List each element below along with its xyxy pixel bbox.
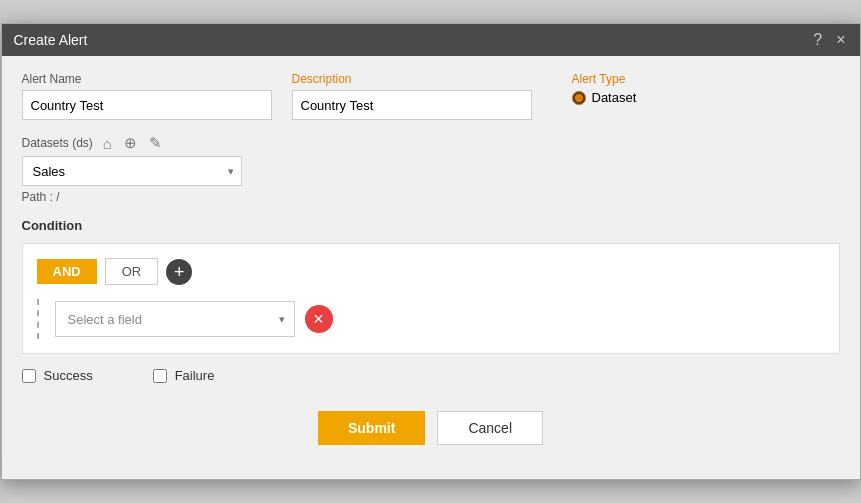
failure-checkbox-group: Failure — [153, 368, 215, 383]
alert-name-group: Alert Name — [22, 72, 272, 120]
edit-icon-btn[interactable]: ✎ — [147, 134, 164, 152]
dataset-select[interactable]: Sales — [22, 156, 242, 186]
failure-checkbox[interactable] — [153, 369, 167, 383]
success-label: Success — [44, 368, 93, 383]
titlebar-controls: ? × — [811, 32, 847, 48]
datasets-header-row: Datasets (ds) ⌂ ⊕ ✎ — [22, 134, 840, 152]
add-icon-btn[interactable]: ⊕ — [122, 134, 139, 152]
dialog-footer: Submit Cancel — [22, 403, 840, 463]
dialog-title: Create Alert — [14, 32, 88, 48]
description-label: Description — [292, 72, 532, 86]
and-button[interactable]: AND — [37, 259, 97, 284]
name-desc-row: Alert Name Description Alert Type Datase… — [22, 72, 840, 120]
or-button[interactable]: OR — [105, 258, 159, 285]
dialog-titlebar: Create Alert ? × — [2, 24, 860, 56]
condition-toolbar: AND OR + — [37, 258, 825, 285]
close-button[interactable]: × — [834, 32, 847, 48]
dotted-line — [37, 299, 39, 339]
alert-type-section: Alert Type Dataset — [572, 72, 637, 105]
checkboxes-row: Success Failure — [22, 368, 840, 383]
datasets-label: Datasets (ds) — [22, 136, 93, 150]
alert-type-label: Alert Type — [572, 72, 637, 86]
create-alert-dialog: Create Alert ? × Alert Name Description … — [1, 23, 861, 480]
plus-icon: + — [174, 263, 185, 281]
path-value: / — [56, 190, 59, 204]
condition-title: Condition — [22, 218, 840, 233]
failure-label: Failure — [175, 368, 215, 383]
help-button[interactable]: ? — [811, 32, 824, 48]
alert-type-dataset-option[interactable]: Dataset — [572, 90, 637, 105]
alert-name-label: Alert Name — [22, 72, 272, 86]
field-select[interactable]: Select a field — [55, 301, 295, 337]
description-input[interactable] — [292, 90, 532, 120]
condition-rows: Select a field ▾ × — [37, 299, 825, 339]
home-icon-btn[interactable]: ⌂ — [101, 135, 114, 152]
success-checkbox-group: Success — [22, 368, 93, 383]
alert-type-option-label: Dataset — [592, 90, 637, 105]
alert-name-input[interactable] — [22, 90, 272, 120]
cancel-button[interactable]: Cancel — [437, 411, 543, 445]
path-row: Path : / — [22, 190, 840, 204]
path-label: Path : — [22, 190, 53, 204]
add-condition-button[interactable]: + — [166, 259, 192, 285]
dataset-select-wrapper: Sales ▾ — [22, 156, 242, 186]
dialog-body: Alert Name Description Alert Type Datase… — [2, 56, 860, 479]
remove-condition-button[interactable]: × — [305, 305, 333, 333]
alert-type-radio[interactable] — [572, 91, 586, 105]
close-icon: × — [313, 310, 324, 328]
field-select-wrapper: Select a field ▾ — [55, 301, 295, 337]
description-group: Description — [292, 72, 532, 120]
condition-box: AND OR + Select a field ▾ × — [22, 243, 840, 354]
success-checkbox[interactable] — [22, 369, 36, 383]
submit-button[interactable]: Submit — [318, 411, 425, 445]
